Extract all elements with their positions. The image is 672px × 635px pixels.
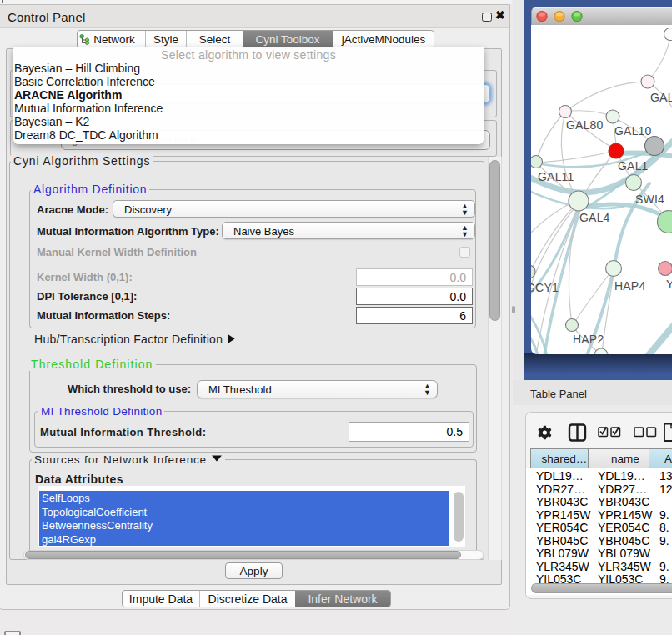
svg-text:GAL80: GAL80 [566, 118, 604, 132]
svg-text:GAL10: GAL10 [614, 124, 652, 138]
svg-text:GCY1: GCY1 [531, 281, 559, 294]
svg-text:GAL4: GAL4 [579, 211, 610, 224]
svg-text:HAP4: HAP4 [614, 279, 645, 292]
svg-text:HAP2: HAP2 [573, 332, 604, 346]
svg-text:SWI4: SWI4 [635, 192, 664, 206]
svg-text:Y: Y [666, 278, 672, 291]
svg-text:GAL1: GAL1 [618, 159, 649, 172]
svg-text:GAL7: GAL7 [650, 91, 672, 104]
svg-text:GAL11: GAL11 [538, 170, 574, 183]
